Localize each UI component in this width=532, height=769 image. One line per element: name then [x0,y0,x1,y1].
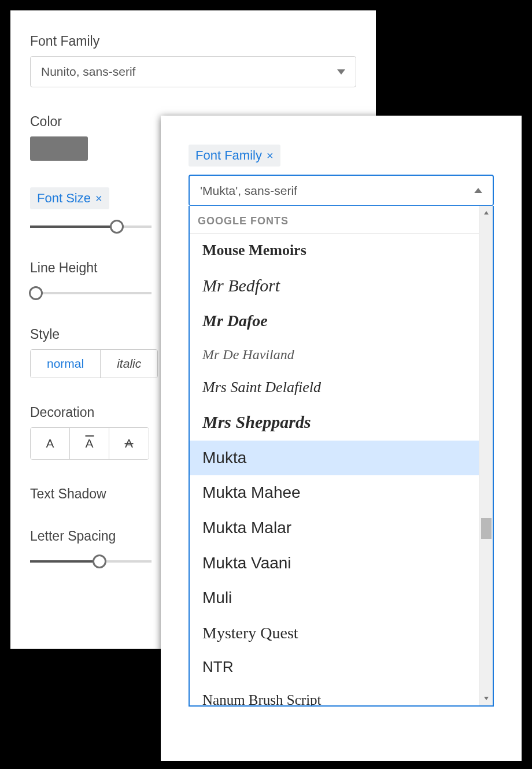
decoration-button-group: A A A [30,427,149,460]
font-family-label: Font Family [30,34,356,49]
font-family-picker-panel: Font Family × 'Mukta', sans-serif GOOGLE… [161,116,522,761]
font-family-select-value: 'Mukta', sans-serif [200,184,297,198]
font-option[interactable]: Mrs Sheppards [190,404,479,441]
font-list-viewport: GOOGLE FONTS Mouse MemoirsMr BedfortMr D… [190,206,479,705]
font-dropdown-list: GOOGLE FONTS Mouse MemoirsMr BedfortMr D… [189,206,494,707]
scrollbar-thumb[interactable] [481,518,492,539]
font-option[interactable]: Mukta [190,441,479,476]
font-option[interactable]: Mrs Saint Delafield [190,371,479,404]
font-size-chip[interactable]: Font Size × [30,187,109,209]
font-family-select[interactable]: Nunito, sans-serif [30,56,356,87]
decoration-overline-button[interactable]: A [70,428,109,459]
deco-glyph: A [46,437,54,450]
font-family-select-open[interactable]: 'Mukta', sans-serif [189,175,494,206]
font-option[interactable]: Mukta Mahee [190,475,479,511]
font-option[interactable]: NTR [190,650,479,684]
chevron-down-icon [337,69,345,75]
overline-icon [85,435,94,437]
font-family-chip[interactable]: Font Family × [189,145,280,167]
font-size-chip-label: Font Size [37,191,91,206]
decoration-none-button[interactable]: A [31,428,70,459]
font-group-header: GOOGLE FONTS [190,206,479,234]
font-family-select-value: Nunito, sans-serif [41,65,135,79]
style-italic-button[interactable]: italic [101,350,157,378]
scrollbar[interactable] [479,206,493,705]
font-family-chip-label: Font Family [195,148,262,163]
slider-thumb[interactable] [29,286,43,300]
chevron-up-icon [483,210,489,216]
font-option[interactable]: Mukta Malar [190,511,479,546]
chevron-down-icon [483,696,489,701]
style-button-group: normal italic [30,349,158,378]
decoration-strike-button[interactable]: A [109,428,149,459]
font-size-slider[interactable] [30,220,152,234]
slider-thumb[interactable] [93,554,106,568]
slider-thumb[interactable] [110,220,124,234]
close-icon[interactable]: × [95,193,102,204]
style-normal-button[interactable]: normal [31,350,101,378]
font-option[interactable]: Mr Bedfort [190,267,479,304]
chevron-up-icon [474,188,482,193]
color-swatch[interactable] [30,136,88,161]
letter-spacing-slider[interactable] [30,554,152,568]
scroll-up-button[interactable] [479,206,493,220]
font-option[interactable]: Mouse Memoirs [190,234,479,267]
font-option[interactable]: Mr Dafoe [190,304,479,339]
close-icon[interactable]: × [267,150,274,161]
line-height-slider[interactable] [30,286,152,300]
scroll-down-button[interactable] [479,692,493,705]
deco-glyph: A [85,437,93,450]
font-family-field: Font Family Nunito, sans-serif [30,34,356,87]
font-option[interactable]: Muli [190,581,479,616]
strikethrough-icon [125,443,134,444]
font-option[interactable]: Mukta Vaani [190,546,479,581]
font-option[interactable]: Mystery Quest [190,616,479,651]
font-option[interactable]: Nanum Brush Script [190,684,479,705]
font-option[interactable]: Mr De Haviland [190,339,479,371]
